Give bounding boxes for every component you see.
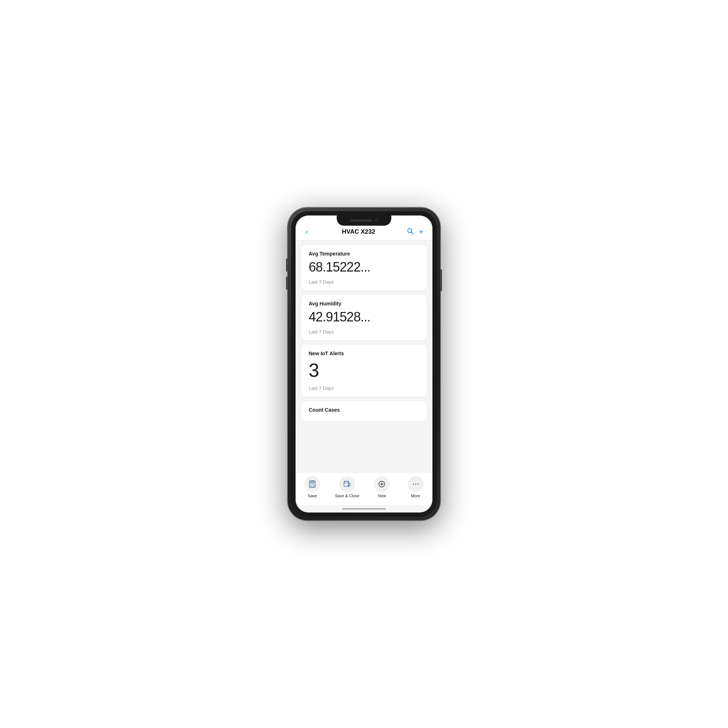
save-icon	[308, 480, 317, 488]
new-icon	[378, 480, 386, 488]
svg-rect-8	[345, 481, 348, 483]
new-iot-alerts-value: 3	[309, 359, 419, 381]
screen: ‹ HVAC X232 + Avg Temperature 68.15222..…	[295, 216, 433, 512]
back-button[interactable]: ‹	[301, 227, 312, 237]
new-label: New	[378, 494, 386, 498]
svg-rect-3	[310, 481, 314, 483]
avg-humidity-value: 42.91528...	[309, 309, 419, 325]
new-icon-wrap	[374, 476, 390, 492]
save-close-icon	[343, 480, 352, 488]
svg-point-0	[408, 229, 412, 232]
avg-temperature-card[interactable]: Avg Temperature 68.15222... Last 7 Days	[301, 245, 427, 291]
search-icon[interactable]	[405, 228, 416, 237]
content-area: Avg Temperature 68.15222... Last 7 Days …	[295, 241, 433, 472]
page-title: HVAC X232	[312, 228, 405, 236]
avg-humidity-card[interactable]: Avg Humidity 42.91528... Last 7 Days	[301, 295, 427, 340]
volume-up-button	[286, 258, 288, 272]
speaker	[350, 219, 372, 222]
volume-down-button	[286, 277, 288, 290]
svg-line-1	[411, 232, 413, 234]
avg-humidity-label: Avg Humidity	[309, 301, 419, 306]
svg-point-16	[415, 484, 416, 485]
power-button	[440, 269, 442, 291]
phone-inner: ‹ HVAC X232 + Avg Temperature 68.15222..…	[291, 211, 437, 517]
avg-humidity-period: Last 7 Days	[309, 329, 419, 335]
phone-device: ‹ HVAC X232 + Avg Temperature 68.15222..…	[288, 208, 440, 520]
save-close-label: Save & Close	[335, 494, 359, 498]
avg-temperature-value: 68.15222...	[309, 260, 419, 275]
home-indicator	[295, 505, 433, 512]
save-icon-wrap	[304, 476, 320, 492]
new-iot-alerts-label: New IoT Alerts	[309, 350, 419, 356]
svg-point-15	[413, 484, 414, 485]
camera	[375, 219, 378, 222]
svg-rect-5	[310, 485, 314, 487]
avg-temperature-label: Avg Temperature	[309, 251, 419, 257]
count-cases-card[interactable]: Count Cases	[301, 401, 427, 422]
save-button[interactable]: Save	[301, 476, 323, 498]
avg-temperature-period: Last 7 Days	[309, 279, 419, 284]
new-iot-alerts-period: Last 7 Days	[309, 385, 419, 391]
more-button[interactable]: More	[405, 476, 427, 498]
save-close-button[interactable]: Save & Close	[335, 476, 359, 498]
save-close-icon-wrap	[339, 476, 355, 492]
add-icon[interactable]: +	[416, 227, 427, 237]
new-button[interactable]: New	[371, 476, 393, 498]
more-icon-wrap	[408, 476, 424, 492]
count-cases-label: Count Cases	[309, 407, 419, 413]
save-label: Save	[308, 494, 317, 498]
svg-point-17	[417, 484, 418, 485]
more-icon	[411, 480, 420, 488]
more-label: More	[411, 494, 420, 498]
new-iot-alerts-card[interactable]: New IoT Alerts 3 Last 7 Days	[301, 345, 427, 397]
bottom-toolbar: Save Save & Close	[295, 472, 433, 505]
home-bar	[342, 508, 386, 509]
notch	[337, 216, 391, 226]
